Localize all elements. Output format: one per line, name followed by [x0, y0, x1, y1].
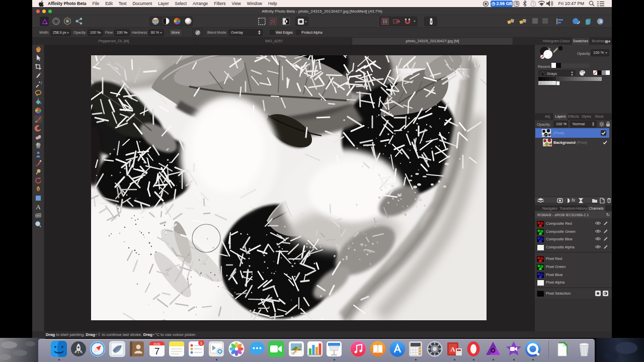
svg-text:7: 7 — [154, 346, 160, 356]
svg-text:1: 1 — [200, 341, 203, 345]
svg-text:A: A — [36, 203, 41, 211]
svg-text:A: A — [450, 345, 455, 353]
svg-text:AUG: AUG — [153, 342, 160, 345]
